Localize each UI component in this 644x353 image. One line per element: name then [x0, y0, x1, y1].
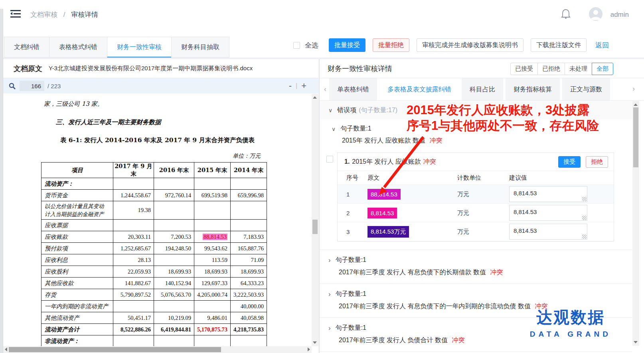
toolbar-actions: 全选 批量接受 批量拒绝 审核完成并生成修改版募集说明书 下载批注版文件 返回	[293, 38, 609, 52]
menu-fold-icon[interactable]	[10, 10, 21, 18]
page-number-input[interactable]	[20, 81, 44, 91]
doc-table-value-cell: 22,059.93	[113, 266, 154, 278]
doc-table-value-cell	[113, 301, 154, 312]
breadcrumb-root[interactable]: 文档审核	[30, 11, 57, 18]
module-tabs: 文档纠错 表格格式纠错 财务一致性审核 财务科目抽取	[4, 37, 229, 58]
error-item-checkbox[interactable]	[326, 156, 333, 163]
doc-table-value-cell	[231, 178, 267, 190]
source-value-badge[interactable]: 8,814.53万元	[367, 226, 409, 238]
zoom-out-button[interactable]: -	[285, 81, 296, 91]
user-avatar[interactable]	[589, 7, 603, 21]
doc-table-label-cell: 流动资产：	[41, 178, 113, 190]
select-all-checkbox[interactable]	[293, 42, 300, 49]
open-error-item-header[interactable]: ∨ 句子数量:1	[332, 125, 632, 133]
horizontal-scroll-thumb[interactable]	[9, 347, 221, 352]
col-unit: 计数单位	[457, 174, 509, 182]
tab-single-table[interactable]: 单表格纠错	[329, 78, 377, 100]
suggested-value-input[interactable]: 8,814.53	[509, 205, 587, 221]
error-desc-text: 2017年前三季度 发行人 负债合计 数值	[339, 337, 448, 343]
doc-table-value-cell	[231, 201, 267, 220]
suggested-value-input[interactable]: 8,814.53	[509, 186, 587, 202]
collapsed-item-desc: 2017年前三季度 发行人 有息负债下的长期借款 数值 冲突	[328, 268, 632, 277]
document-horizontal-scrollbar[interactable]	[3, 346, 312, 353]
scroll-up-icon[interactable]	[313, 96, 317, 99]
review-panel-header: 财务一致性审核详情 已接受 已拒绝 未处理 全部	[320, 59, 644, 78]
tab-financial-indicator[interactable]: 财务指标核算	[506, 78, 560, 100]
error-card-header: 1. 2015年 发行人 应收账款 冲突 接受 拒绝	[338, 153, 614, 171]
tab-text-vs-source[interactable]: 正文与源数	[562, 78, 610, 100]
document-paragraph: 家，三级公司 13 家。	[3, 94, 312, 108]
doc-table-value-cell: 64,333.23	[231, 278, 267, 289]
document-vertical-scrollbar[interactable]	[312, 94, 318, 346]
source-value-cell: 88,814.53	[367, 189, 457, 200]
finish-generate-button[interactable]: 审核完成并生成修改版募集说明书	[417, 38, 523, 52]
batch-reject-button[interactable]: 批量拒绝	[373, 38, 409, 52]
doc-table-row: 一年内到期的非流动资产40,000.00	[41, 301, 267, 312]
tab-multi-table-disclosure[interactable]: 多表格及表文披露纠错	[379, 78, 459, 100]
doc-table-row: 应收账款20,303.117,200.5388,814.537,183.93	[41, 231, 267, 243]
scroll-left-icon[interactable]	[5, 347, 7, 351]
select-all-label[interactable]: 全选	[305, 41, 318, 50]
tab-table-format-correction[interactable]: 表格格式纠错	[49, 37, 107, 58]
doc-table-value-cell: 6,419,844.81	[154, 324, 194, 335]
error-group-row[interactable]: ∨ 错误项 (句子数量:17)	[320, 101, 632, 119]
doc-table-label-cell: 非流动资产：	[41, 335, 113, 346]
download-annotated-button[interactable]: 下载批注版文件	[531, 38, 587, 52]
review-panel-title: 财务一致性审核详情	[328, 64, 392, 73]
review-panel: 财务一致性审核详情 已接受 已拒绝 未处理 全部 ‹ 单表格纠错 多表格及表文披…	[319, 59, 644, 353]
doc-table-header-row: 项目2017 年 9 月末2016 年末2015 年末2014 年末	[41, 163, 267, 178]
tab-subject-ratio[interactable]: 科目占比	[462, 78, 503, 100]
back-link[interactable]: 返回	[595, 41, 609, 50]
filter-pending[interactable]: 未处理	[565, 63, 592, 75]
tabs-scroll-left-icon[interactable]: ‹	[321, 85, 329, 93]
doc-table-row: 非流动资产：	[41, 335, 267, 346]
suggested-value-input[interactable]: 8,814.53	[509, 224, 587, 240]
tabs-scroll-right-icon[interactable]: ›	[630, 85, 638, 93]
doc-table-value-cell: 28.13	[113, 254, 154, 266]
doc-table-label-cell: 其他应收款	[41, 278, 113, 289]
collapsed-item-header[interactable]: › 句子数量:1	[328, 290, 632, 298]
source-value-badge[interactable]: 88,814.53	[367, 189, 401, 200]
scroll-up-icon[interactable]	[634, 103, 638, 106]
zoom-in-button[interactable]: +	[297, 81, 310, 91]
col-suggested: 建议值	[509, 174, 614, 182]
vertical-scroll-thumb[interactable]	[312, 220, 318, 234]
error-group-count: (句子数量:17)	[359, 106, 397, 115]
tab-financial-subject-extraction[interactable]: 财务科目抽取	[171, 37, 229, 58]
sentence-count: 句子数量:1	[336, 290, 366, 298]
doc-table-header-cell: 2014 年末	[231, 163, 267, 178]
scroll-down-icon[interactable]	[634, 341, 638, 343]
username-label[interactable]: admin	[610, 11, 629, 19]
collapsed-error-item: › 句子数量:1 2017年前三季度 发行人 有息负债下的长期借款 数值 冲突	[320, 250, 632, 284]
logo-chinese: 达观数据	[530, 306, 611, 328]
filter-rejected[interactable]: 已拒绝	[537, 63, 565, 75]
row-number: 2	[338, 210, 367, 216]
scroll-down-icon[interactable]	[313, 341, 317, 344]
doc-table: 项目2017 年 9 月末2016 年末2015 年末2014 年末流动资产：货…	[41, 162, 267, 346]
error-card-title: 2015年 发行人 应收账款	[352, 158, 421, 166]
doc-table-label-cell: 存货	[41, 289, 113, 301]
tab-doc-correction[interactable]: 文档纠错	[4, 37, 49, 58]
filter-all[interactable]: 全部	[592, 63, 613, 75]
collapsed-item-header[interactable]: › 句子数量:1	[328, 256, 632, 264]
document-panel-title: 文档原文	[14, 64, 42, 73]
scroll-right-icon[interactable]	[308, 347, 310, 351]
error-group-label: 错误项	[337, 106, 356, 115]
doc-table-value-cell	[194, 178, 231, 190]
doc-table-row: 其他流动资产50,451.1710,219.099,486.0140,058.9…	[41, 312, 267, 324]
batch-accept-button[interactable]: 批量接受	[329, 38, 365, 52]
vertical-scroll-thumb[interactable]	[633, 107, 638, 167]
filter-accepted[interactable]: 已接受	[510, 63, 538, 75]
doc-table-row: 货币资金1,244,558.67972,760.14699,519.98659,…	[41, 190, 267, 201]
reject-button[interactable]: 拒绝	[586, 156, 608, 168]
source-value-badge[interactable]: 8,814.53	[367, 208, 397, 218]
accept-button[interactable]: 接受	[558, 156, 581, 168]
col-no: 序号	[338, 174, 367, 182]
doc-table-header-cell: 项目	[41, 163, 113, 178]
notification-bell-icon[interactable]	[561, 9, 571, 19]
review-tabs: ‹ 单表格纠错 多表格及表文披露纠错 科目占比 财务指标核算 正文与源数 ›	[320, 78, 644, 101]
doc-table-value-cell	[154, 201, 194, 220]
review-vertical-scrollbar[interactable]	[632, 101, 639, 346]
search-icon[interactable]	[9, 83, 16, 89]
tab-financial-consistency[interactable]: 财务一致性审核	[107, 37, 172, 58]
